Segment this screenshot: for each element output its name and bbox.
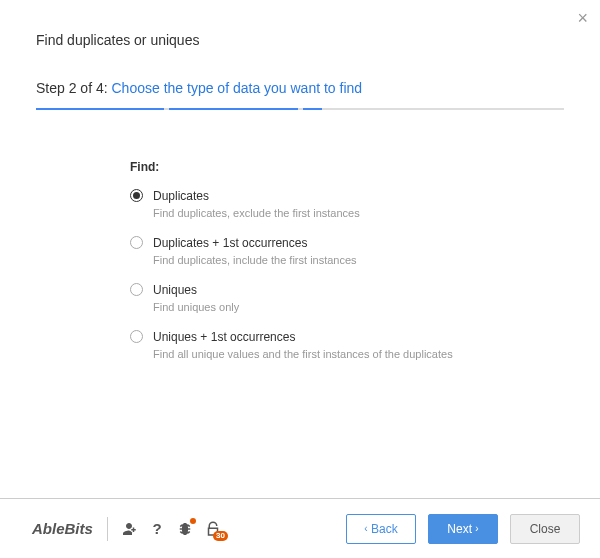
step-number-label: Step 2 of 4: (36, 80, 112, 96)
next-button-label: Next (447, 522, 472, 536)
close-icon[interactable]: × (577, 8, 588, 29)
back-button[interactable]: ‹ Back (346, 514, 416, 544)
divider (107, 517, 108, 541)
radio-icon (130, 330, 143, 343)
close-button[interactable]: Close (510, 514, 580, 544)
form-content: Find: Duplicates Find duplicates, exclud… (0, 110, 600, 360)
close-button-label: Close (530, 522, 561, 536)
progress-seg-4 (436, 108, 564, 110)
svg-text:?: ? (152, 520, 161, 537)
radio-hint: Find all unique values and the first ins… (153, 348, 600, 360)
radio-label: Uniques + 1st occurrences (153, 330, 295, 344)
lock-badge: 30 (213, 531, 228, 541)
radio-label: Duplicates (153, 189, 209, 203)
profile-icon[interactable] (120, 520, 138, 538)
radio-icon (130, 283, 143, 296)
radio-label: Duplicates + 1st occurrences (153, 236, 307, 250)
progress-seg-3 (303, 108, 431, 110)
radio-uniques-first[interactable]: Uniques + 1st occurrences (130, 329, 600, 344)
lock-icon[interactable]: 30 (204, 520, 222, 538)
dialog-title: Find duplicates or uniques (0, 0, 600, 56)
progress-seg-1 (36, 108, 164, 110)
radio-duplicates[interactable]: Duplicates (130, 188, 600, 203)
radio-icon (130, 189, 143, 202)
radio-hint: Find duplicates, exclude the first insta… (153, 207, 600, 219)
step-description: Choose the type of data you want to find (112, 80, 363, 96)
radio-hint: Find duplicates, include the first insta… (153, 254, 600, 266)
footer: AbleBits ? 30 ‹ Back Next › Close (0, 498, 600, 558)
radio-duplicates-first[interactable]: Duplicates + 1st occurrences (130, 235, 600, 250)
radio-icon (130, 236, 143, 249)
brand-logo: AbleBits (32, 520, 93, 537)
progress-seg-2 (169, 108, 297, 110)
notification-dot (190, 518, 196, 524)
radio-hint: Find uniques only (153, 301, 600, 313)
footer-icons: ? 30 (120, 520, 222, 538)
next-button[interactable]: Next › (428, 514, 498, 544)
chevron-right-icon: › (475, 523, 478, 534)
step-heading: Step 2 of 4: Choose the type of data you… (0, 56, 600, 108)
back-button-label: Back (371, 522, 398, 536)
chevron-left-icon: ‹ (364, 523, 367, 534)
help-icon[interactable]: ? (148, 520, 166, 538)
bug-icon[interactable] (176, 520, 194, 538)
find-heading: Find: (130, 160, 600, 174)
radio-uniques[interactable]: Uniques (130, 282, 600, 297)
radio-label: Uniques (153, 283, 197, 297)
